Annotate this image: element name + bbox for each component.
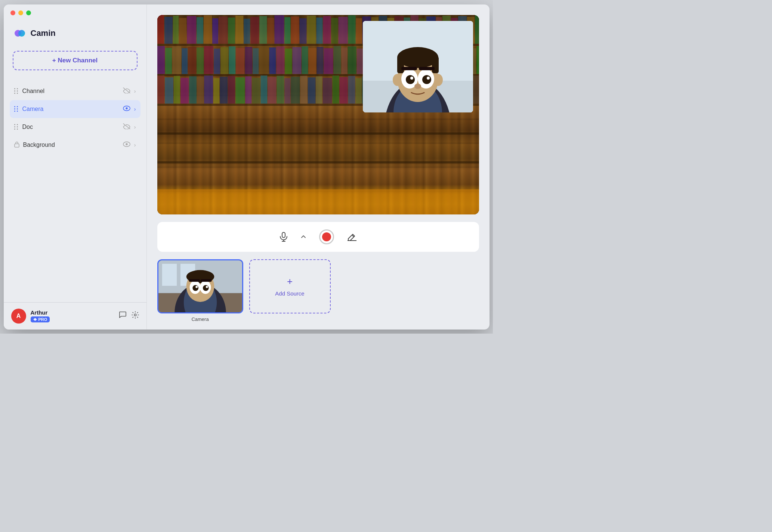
minimize-button[interactable] [18, 10, 23, 15]
channel-item-label: Doc [22, 124, 119, 130]
channel-item-label: Channel [22, 88, 119, 95]
svg-marker-8 [33, 318, 37, 321]
logo: Camin [13, 26, 138, 40]
svg-point-9 [134, 314, 136, 316]
svg-rect-117 [308, 77, 315, 103]
svg-rect-40 [348, 15, 355, 43]
source-thumbnail-inner [158, 260, 242, 312]
svg-rect-72 [276, 46, 284, 74]
svg-rect-148 [432, 56, 439, 73]
svg-rect-157 [401, 67, 417, 70]
svg-rect-138 [472, 75, 479, 103]
svg-rect-76 [308, 48, 316, 74]
svg-rect-97 [476, 46, 479, 74]
annotate-button[interactable] [345, 231, 359, 243]
svg-rect-24 [219, 16, 228, 43]
svg-rect-15 [157, 189, 479, 192]
channel-item-label: Background [23, 142, 119, 148]
record-button[interactable] [317, 227, 336, 247]
add-source-button[interactable]: + Add Source [249, 259, 331, 313]
channel-item-label: Camera [22, 106, 119, 112]
svg-rect-27 [244, 18, 250, 43]
svg-rect-39 [338, 16, 348, 43]
svg-rect-106 [220, 77, 228, 103]
svg-rect-69 [253, 48, 259, 74]
chevron-right-icon: › [134, 142, 136, 148]
svg-rect-98 [157, 75, 164, 103]
record-dot [322, 232, 331, 241]
svg-rect-70 [259, 46, 269, 74]
close-button[interactable] [10, 10, 15, 15]
svg-rect-41 [356, 18, 362, 43]
svg-rect-160 [282, 232, 285, 238]
chevron-up-icon [301, 235, 306, 238]
chevron-right-icon: › [134, 124, 136, 130]
microphone-button[interactable] [277, 230, 290, 244]
svg-point-180 [206, 286, 208, 288]
svg-rect-168 [162, 264, 176, 286]
svg-rect-5 [15, 144, 19, 147]
svg-rect-121 [339, 77, 348, 103]
svg-rect-116 [300, 76, 307, 103]
svg-rect-119 [322, 78, 332, 103]
svg-rect-31 [274, 15, 284, 43]
svg-rect-77 [316, 47, 323, 74]
annotate-icon [348, 233, 356, 241]
svg-rect-101 [180, 78, 189, 103]
svg-rect-23 [212, 18, 218, 43]
maximize-button[interactable] [26, 10, 31, 15]
chevron-right-icon: › [134, 106, 136, 112]
svg-rect-80 [341, 47, 347, 74]
svg-rect-20 [187, 16, 196, 43]
svg-rect-122 [348, 76, 355, 103]
avatar: A [11, 309, 26, 324]
svg-rect-118 [316, 76, 322, 103]
svg-rect-58 [165, 48, 172, 74]
drag-handle-icon [14, 106, 19, 112]
sidebar-item-channel[interactable]: Channel › [10, 82, 140, 100]
sidebar-item-doc[interactable]: Doc › [10, 118, 140, 136]
settings-icon[interactable] [132, 311, 139, 321]
svg-rect-115 [291, 77, 300, 103]
svg-rect-147 [397, 56, 404, 73]
svg-rect-37 [323, 16, 331, 43]
svg-rect-108 [235, 77, 245, 103]
svg-rect-19 [179, 18, 186, 43]
cartoon-avatar [363, 21, 473, 112]
svg-rect-113 [277, 76, 284, 103]
source-item-camera[interactable]: Camera [157, 259, 243, 322]
svg-point-150 [434, 74, 443, 86]
drag-handle-icon [14, 124, 19, 130]
svg-rect-103 [197, 77, 204, 103]
titlebar [10, 10, 31, 15]
svg-rect-75 [302, 46, 308, 74]
video-controls-bar [157, 222, 479, 252]
svg-rect-102 [189, 76, 197, 103]
svg-rect-100 [174, 76, 180, 103]
svg-rect-104 [204, 75, 213, 103]
pro-badge: PRO [31, 316, 50, 322]
drag-handle-icon [14, 88, 19, 94]
footer-actions [119, 311, 139, 321]
lock-icon [14, 141, 19, 149]
svg-rect-74 [292, 47, 301, 74]
svg-rect-71 [269, 47, 276, 74]
chat-icon[interactable] [119, 311, 126, 321]
sidebar-item-camera[interactable]: Camera › [10, 100, 140, 118]
pip-camera [363, 21, 473, 112]
svg-rect-64 [214, 48, 220, 74]
new-channel-button[interactable]: + New Channel [13, 51, 138, 70]
svg-rect-66 [229, 46, 235, 74]
new-channel-label: + New Channel [52, 57, 98, 64]
diamond-icon [33, 318, 37, 321]
eye-icon [123, 141, 130, 149]
svg-rect-60 [182, 48, 188, 74]
mic-arrow-button[interactable] [299, 233, 308, 241]
sidebar-item-background[interactable]: Background › [10, 136, 140, 154]
svg-point-154 [422, 75, 431, 84]
chevron-right-icon: › [134, 88, 136, 94]
svg-rect-16 [157, 15, 164, 44]
svg-rect-99 [165, 77, 173, 103]
svg-point-149 [393, 74, 402, 86]
svg-rect-79 [333, 46, 341, 74]
